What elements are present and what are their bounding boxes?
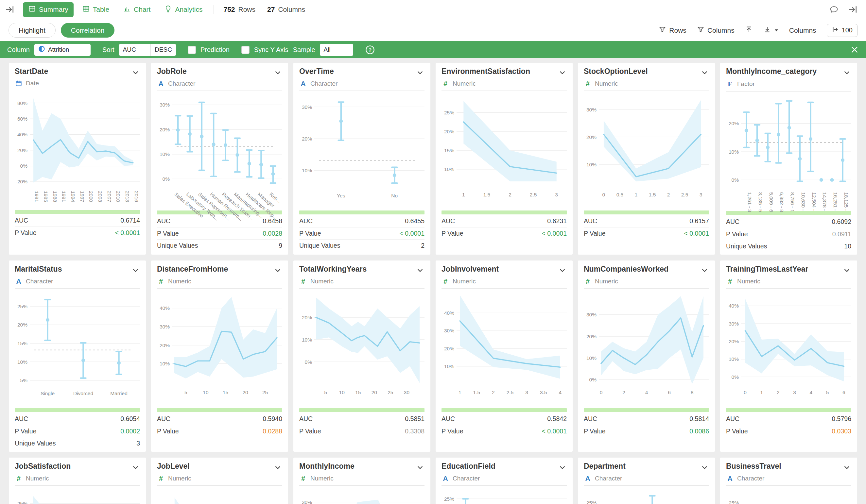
tab-table[interactable]: Table bbox=[77, 2, 114, 17]
column-summary-grid: StartDate Date -20%0%20%40%60%80%1981198… bbox=[0, 58, 866, 504]
svg-text:15: 15 bbox=[223, 390, 228, 395]
column-chart[interactable]: 5%10%15%20%12345 bbox=[157, 488, 282, 504]
svg-text:6: 6 bbox=[842, 390, 845, 395]
column-chart[interactable]: 0%10%20%30%Sales ExecutiveLaboratory Tec… bbox=[157, 93, 282, 209]
stat-label: P Value bbox=[157, 427, 179, 435]
chevron-down-icon[interactable] bbox=[558, 463, 567, 473]
chevron-down-icon[interactable] bbox=[274, 266, 282, 276]
column-chart[interactable]: 5%10%15%20%25%Travel_FrequentlyTravel_Ra… bbox=[726, 488, 851, 504]
chevron-down-icon[interactable] bbox=[700, 68, 709, 78]
download-button[interactable] bbox=[763, 25, 779, 35]
stat-row-pvalue: P Value 0.0911 bbox=[726, 228, 851, 240]
column-chart[interactable]: 10%15%20%25%1234 bbox=[15, 488, 140, 504]
column-chart[interactable]: 0%10%20%1,261 - 33,135 - 55,009 - 66,882… bbox=[726, 93, 851, 210]
column-title: OverTime bbox=[299, 67, 334, 76]
prediction-checkbox[interactable] bbox=[188, 46, 196, 54]
svg-text:1.5: 1.5 bbox=[473, 390, 480, 395]
column-chart[interactable]: 5%10%15%20%25%SingleDivorcedMarried bbox=[15, 291, 140, 407]
filter-rows-button[interactable]: Rows bbox=[659, 26, 687, 35]
auc-value: 0.5851 bbox=[405, 415, 424, 423]
column-chart[interactable]: -20%0%20%40%60%80%1981198519881991199419… bbox=[15, 92, 140, 209]
column-chart[interactable]: 5%10%15%20%25%Technical DegreeMarketingH… bbox=[442, 488, 567, 504]
tab-summary[interactable]: Summary bbox=[23, 2, 74, 17]
svg-text:20%: 20% bbox=[17, 147, 27, 153]
stat-label: AUC bbox=[584, 415, 597, 423]
column-chart[interactable]: 10%20%30%YesNo bbox=[299, 93, 424, 209]
svg-text:3.5: 3.5 bbox=[540, 390, 547, 395]
card-header: NumCompaniesWorked # Numeric bbox=[584, 260, 709, 289]
chevron-down-icon[interactable] bbox=[842, 266, 851, 276]
column-type-label: Numeric bbox=[310, 278, 334, 285]
auc-bar bbox=[157, 408, 282, 412]
p-value: < 0.0001 bbox=[684, 230, 709, 237]
filter-columns-button[interactable]: Columns bbox=[697, 26, 734, 35]
column-chart[interactable]: 0%10%20%51015202530 bbox=[299, 291, 424, 407]
chevron-down-icon[interactable] bbox=[558, 68, 567, 78]
svg-text:25%: 25% bbox=[586, 500, 597, 504]
auc-value: 0.6714 bbox=[120, 217, 140, 224]
chevron-down-icon[interactable] bbox=[842, 463, 851, 473]
svg-text:10%: 10% bbox=[17, 359, 27, 365]
chevron-down-icon[interactable] bbox=[131, 463, 140, 473]
svg-text:5: 5 bbox=[826, 390, 829, 395]
column-chart[interactable]: 10%20%30%00.511.522.53 bbox=[584, 93, 709, 209]
svg-text:30%: 30% bbox=[586, 107, 597, 112]
chevron-down-icon[interactable] bbox=[700, 266, 709, 276]
auc-value: 0.5842 bbox=[547, 415, 567, 423]
chevron-down-icon[interactable] bbox=[274, 68, 282, 78]
sort-select[interactable]: AUC DESC bbox=[119, 44, 176, 56]
tab-analytics[interactable]: Analytics bbox=[159, 2, 208, 17]
chevron-down-icon[interactable] bbox=[700, 463, 709, 473]
stat-row-auc: AUC 0.6092 bbox=[726, 216, 851, 228]
target-column-select[interactable]: Attrition bbox=[34, 44, 91, 56]
column-title: NumCompaniesWorked bbox=[584, 265, 668, 273]
card-header: TotalWorkingYears # Numeric bbox=[299, 260, 424, 289]
stat-row-unique: Unique Values 3 bbox=[15, 437, 140, 449]
export-up-button[interactable] bbox=[745, 25, 753, 35]
column-title: MaritalStatus bbox=[15, 265, 62, 273]
svg-text:20%: 20% bbox=[302, 315, 312, 320]
chevron-down-icon[interactable] bbox=[274, 463, 282, 473]
collapse-left-panel-icon[interactable] bbox=[5, 4, 15, 14]
stat-label: AUC bbox=[442, 415, 455, 423]
stat-label: Unique Values bbox=[15, 440, 56, 447]
column-title: MonthlyIncome_category bbox=[726, 67, 817, 76]
close-icon[interactable] bbox=[850, 45, 859, 54]
sample-select[interactable]: All bbox=[320, 44, 353, 56]
collapse-right-panel-icon[interactable] bbox=[848, 4, 858, 14]
column-chart[interactable]: 5%10%15%20%25%SalesHuman ResourcesResear… bbox=[584, 488, 709, 504]
svg-text:0%: 0% bbox=[20, 163, 28, 169]
card-header: JobRole A Character bbox=[157, 63, 282, 91]
chevron-down-icon[interactable] bbox=[842, 68, 851, 78]
chevron-down-icon[interactable] bbox=[416, 266, 424, 276]
column-chart[interactable]: 0%10%20%30%123456 bbox=[299, 488, 424, 504]
comment-bubble-icon[interactable] bbox=[829, 5, 839, 14]
correlation-mode-button[interactable]: Correlation bbox=[61, 23, 115, 37]
chevron-down-icon[interactable] bbox=[558, 266, 567, 276]
card-header: MaritalStatus A Character bbox=[15, 260, 140, 289]
help-icon[interactable]: ? bbox=[365, 45, 375, 55]
chevron-down-icon[interactable] bbox=[131, 68, 140, 78]
svg-text:25%: 25% bbox=[17, 304, 27, 309]
column-chart[interactable]: 0%10%20%30%40%0123456 bbox=[726, 291, 851, 407]
sync-y-axis-checkbox[interactable] bbox=[241, 46, 249, 54]
column-stats: AUC 0.6231 P Value < 0.0001 bbox=[442, 215, 567, 239]
highlight-mode-button[interactable]: Highlight bbox=[9, 23, 56, 37]
column-chart[interactable]: 10%20%30%40%510152025 bbox=[157, 291, 282, 407]
svg-text:6,882 - 8: 6,882 - 8 bbox=[779, 192, 785, 212]
column-type-label: Numeric bbox=[595, 278, 618, 285]
tab-chart[interactable]: Chart bbox=[118, 2, 156, 17]
column-type-label: Numeric bbox=[26, 475, 49, 482]
chevron-down-icon[interactable] bbox=[131, 266, 140, 276]
column-chart[interactable]: 10%15%20%25%11.522.53 bbox=[442, 93, 567, 209]
chevron-down-icon[interactable] bbox=[416, 463, 424, 473]
column-stats: AUC 0.5851 P Value 0.3308 bbox=[299, 413, 424, 437]
chevron-down-icon[interactable] bbox=[416, 68, 424, 78]
columns-limit-box[interactable]: 100 bbox=[827, 24, 857, 37]
svg-text:14,378 -: 14,378 - bbox=[822, 192, 828, 211]
column-chart[interactable]: 0%10%20%30%02468 bbox=[584, 291, 709, 407]
column-card: MonthlyIncome_category F Factor 0%10%20%… bbox=[720, 63, 857, 255]
svg-text:3,135 - 5: 3,135 - 5 bbox=[758, 192, 763, 212]
column-chart[interactable]: 10%20%30%40%11.522.533.54 bbox=[442, 291, 567, 407]
stat-row-pvalue: P Value < 0.0001 bbox=[299, 227, 424, 239]
